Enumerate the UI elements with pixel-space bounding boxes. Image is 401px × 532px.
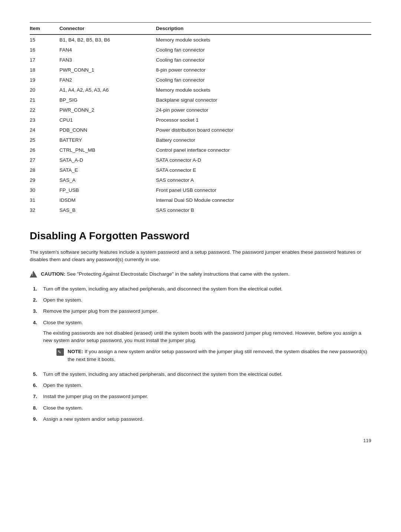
step-item: 7. Install the jumper plug on the passwo… <box>30 393 371 400</box>
step-content: Remove the jumper plug from the password… <box>43 308 371 315</box>
caution-label: CAUTION: <box>41 271 65 277</box>
row-connector: PDB_CONN <box>59 125 156 135</box>
row-description: SAS connector B <box>156 205 371 215</box>
step-item: 3. Remove the jumper plug from the passw… <box>30 308 371 315</box>
row-item: 19 <box>30 75 59 85</box>
note-text: NOTE: If you assign a new system and/or … <box>68 348 371 363</box>
row-item: 21 <box>30 95 59 105</box>
step-text: Turn off the system, including any attac… <box>43 371 283 377</box>
step-text: Open the system. <box>43 382 82 388</box>
row-item: 29 <box>30 175 59 185</box>
table-row: 30 FP_USB Front panel USB connector <box>30 185 371 195</box>
step-number: 6. <box>30 382 37 389</box>
table-row: 23 CPU1 Processor socket 1 <box>30 115 371 125</box>
row-item: 16 <box>30 45 59 55</box>
row-item: 23 <box>30 115 59 125</box>
row-connector: FP_USB <box>59 185 156 195</box>
row-description: Backplane signal connector <box>156 95 371 105</box>
step-text: Remove the jumper plug from the password… <box>43 308 158 314</box>
row-description: SATA connector E <box>156 165 371 175</box>
step-content: Close the system. <box>43 404 371 412</box>
row-item: 30 <box>30 185 59 195</box>
step-text: Install the jumper plug on the password … <box>43 394 148 399</box>
table-row: 26 CTRL_PNL_MB Control panel interface c… <box>30 145 371 155</box>
steps-list: 1. Turn off the system, including any at… <box>30 285 371 423</box>
row-connector: IDSDM <box>59 195 156 205</box>
col-header-connector: Connector <box>59 23 156 35</box>
table-row: 29 SAS_A SAS connector A <box>30 175 371 185</box>
table-row: 19 FAN2 Cooling fan connector <box>30 75 371 85</box>
row-item: 17 <box>30 55 59 65</box>
row-connector: PWR_CONN_2 <box>59 105 156 115</box>
step-number: 9. <box>30 416 37 423</box>
table-row: 20 A1, A4, A2, A5, A3, A6 Memory module … <box>30 85 371 95</box>
step-item: 4. Close the system. The existing passwo… <box>30 319 371 367</box>
row-connector: CTRL_PNL_MB <box>59 145 156 155</box>
row-description: SATA connector A-D <box>156 155 371 165</box>
step-item: 1. Turn off the system, including any at… <box>30 285 371 293</box>
row-description: 8-pin power connector <box>156 65 371 75</box>
step-number: 5. <box>30 371 37 378</box>
col-header-description: Description <box>156 23 371 35</box>
step-content: Install the jumper plug on the password … <box>43 393 371 400</box>
row-description: Processor socket 1 <box>156 115 371 125</box>
row-description: Control panel interface connector <box>156 145 371 155</box>
row-item: 31 <box>30 195 59 205</box>
step-text: Turn off the system, including any attac… <box>43 286 283 292</box>
step-text: Assign a new system and/or setup passwor… <box>43 416 144 422</box>
table-row: 32 SAS_B SAS connector B <box>30 205 371 215</box>
step-text: Close the system. <box>43 405 83 411</box>
step-text: Open the system. <box>43 297 82 303</box>
row-item: 26 <box>30 145 59 155</box>
step-content: Turn off the system, including any attac… <box>43 371 371 378</box>
step-number: 1. <box>30 285 37 293</box>
step-item: 5. Turn off the system, including any at… <box>30 371 371 378</box>
caution-body: See "Protecting Against Electrostatic Di… <box>65 271 290 277</box>
col-header-item: Item <box>30 23 59 35</box>
note-box: NOTE: If you assign a new system and/or … <box>56 348 371 363</box>
note-icon <box>56 348 64 356</box>
row-item: 24 <box>30 125 59 135</box>
row-connector: FAN4 <box>59 45 156 55</box>
table-row: 21 BP_SIG Backplane signal connector <box>30 95 371 105</box>
connector-table-section: Item Connector Description 15 B1, B4, B2… <box>30 22 371 215</box>
row-description: 24-pin power connector <box>156 105 371 115</box>
row-item: 18 <box>30 65 59 75</box>
step-content: Open the system. <box>43 382 371 389</box>
row-connector: FAN2 <box>59 75 156 85</box>
row-connector: B1, B4, B2, B5, B3, B6 <box>59 35 156 45</box>
row-item: 32 <box>30 205 59 215</box>
step-item: 9. Assign a new system and/or setup pass… <box>30 416 371 423</box>
row-description: Power distribution board connector <box>156 125 371 135</box>
row-connector: SAS_A <box>59 175 156 185</box>
row-connector: PWR_CONN_1 <box>59 65 156 75</box>
table-row: 25 BATTERY Battery connector <box>30 135 371 145</box>
row-connector: SATA_A-D <box>59 155 156 165</box>
step-item: 2. Open the system. <box>30 296 371 304</box>
caution-box: CAUTION: See "Protecting Against Electro… <box>30 270 371 278</box>
connector-table: Item Connector Description 15 B1, B4, B2… <box>30 22 371 215</box>
row-description: Front panel USB connector <box>156 185 371 195</box>
page-number: 119 <box>30 438 371 443</box>
row-connector: SAS_B <box>59 205 156 215</box>
table-row: 18 PWR_CONN_1 8-pin power connector <box>30 65 371 75</box>
row-description: Internal Dual SD Module connector <box>156 195 371 205</box>
row-connector: SATA_E <box>59 165 156 175</box>
disabling-password-section: Disabling A Forgotten Password The syste… <box>30 230 371 423</box>
row-item: 15 <box>30 35 59 45</box>
row-description: Battery connector <box>156 135 371 145</box>
step-number: 2. <box>30 296 37 304</box>
step-number: 7. <box>30 393 37 400</box>
step-text: Close the system. <box>43 320 83 325</box>
step-extra: The existing passwords are not disabled … <box>43 329 371 345</box>
step-item: 8. Close the system. <box>30 404 371 412</box>
step-content: Turn off the system, including any attac… <box>43 285 371 293</box>
row-connector: A1, A4, A2, A5, A3, A6 <box>59 85 156 95</box>
table-row: 31 IDSDM Internal Dual SD Module connect… <box>30 195 371 205</box>
step-content: Close the system. The existing passwords… <box>43 319 371 367</box>
step-number: 4. <box>30 319 37 367</box>
row-item: 22 <box>30 105 59 115</box>
step-number: 3. <box>30 308 37 315</box>
row-description: Memory module sockets <box>156 85 371 95</box>
table-row: 27 SATA_A-D SATA connector A-D <box>30 155 371 165</box>
